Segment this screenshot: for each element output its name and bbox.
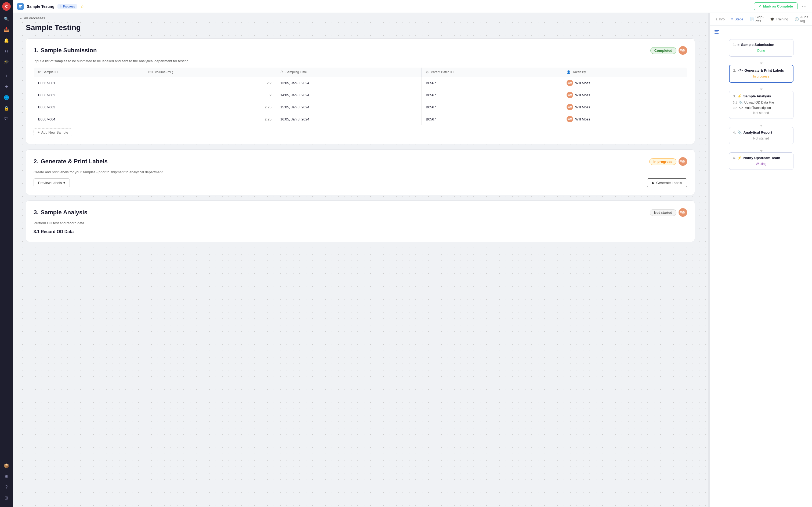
process-icon [17, 3, 23, 10]
sidebar-item-search[interactable]: 🔍 [2, 14, 11, 23]
sidebar-item-star[interactable]: ★ [2, 82, 11, 92]
cell-taken-by: WM Will Moss [562, 77, 687, 89]
label-actions: Preview Labels ▾ ▶ Generate Labels [34, 178, 687, 187]
step-1-description: Input a list of samples to be submitted … [34, 59, 687, 63]
sidebar-item-box[interactable]: 📦 [2, 461, 11, 470]
sidebar-item-bell[interactable]: 🔔 [2, 36, 11, 45]
sidebar-divider [3, 69, 10, 69]
cell-taken-by: WM Will Moss [562, 89, 687, 101]
flow-step-2[interactable]: 2. </> Generate & Print Labels In progre… [729, 65, 794, 82]
favorite-star-icon[interactable]: ☆ [80, 4, 84, 9]
cell-taken-by: WM Will Moss [562, 113, 687, 125]
person-icon: 👤 [567, 70, 571, 74]
tab-info[interactable]: ℹ Info [713, 15, 727, 23]
sidebar-item-lock[interactable]: 🔒 [2, 103, 11, 113]
tab-auditlog[interactable]: 🕐 Audit log [792, 13, 811, 25]
tab-auditlog-label: Audit log [800, 15, 808, 23]
step-1-user-avatar: WM [678, 46, 687, 55]
generate-labels-button[interactable]: ▶ Generate Labels [647, 178, 687, 187]
flow-step-4[interactable]: 4. 📎 Analytical Report Not started [729, 127, 794, 144]
sidebar-item-plus[interactable]: + [2, 71, 11, 81]
flow-arrow-3 [760, 119, 763, 127]
main-container: Sample Testing In Progress ☆ ✓ Mark as C… [13, 0, 812, 507]
steps-icon: ≡ [731, 17, 733, 21]
preview-labels-button[interactable]: Preview Labels ▾ [34, 178, 70, 187]
flow-arrow-1 [760, 57, 763, 65]
tab-signoffs-label: Sign-offs [756, 15, 764, 23]
page-content: Sample Testing 1. Sample Submission Comp… [13, 23, 708, 258]
flow-step-5-header: 4. ⚡ Notify Upstream Team [733, 156, 790, 160]
play-icon: ▶ [652, 181, 655, 185]
cell-sample-id: B0567-003 [34, 101, 143, 113]
training-icon: 🎓 [770, 17, 774, 21]
flow-substep-3-1-icon: 📎 [739, 101, 743, 104]
step-1-title-group: 1. Sample Submission [34, 47, 97, 54]
steps-panel-content: 1. ≡ Sample Submission Done [710, 26, 812, 507]
checkmark-icon: ✓ [759, 4, 762, 8]
cell-batch-id: B0567 [421, 77, 562, 89]
flow-step-2-number: 2. [733, 68, 736, 72]
tab-steps[interactable]: ≡ Steps [728, 15, 746, 23]
step-3-number: 3. [34, 209, 38, 216]
cell-batch-id: B0567 [421, 89, 562, 101]
preview-label-text: Preview Labels [38, 181, 62, 185]
flow-substep-3-1: 3.1 📎 Upload OD Data File [733, 100, 790, 105]
arrow-head-4 [760, 150, 763, 152]
cell-sampling-time: 13:05, Jan 8, 2024 [276, 77, 421, 89]
flow-step-1[interactable]: 1. ≡ Sample Submission Done [729, 39, 794, 57]
flow-step-4-icon: 📎 [738, 130, 742, 134]
mark-complete-button[interactable]: ✓ Mark as Complete [754, 2, 798, 10]
sidebar-item-inbox[interactable]: 📥 [2, 25, 11, 34]
flow-substep-3-1-label: Upload OD Data File [744, 101, 774, 104]
tab-info-label: Info [719, 17, 725, 21]
sidebar-item-shield[interactable]: 🛡 [2, 114, 11, 124]
resize-handle[interactable]: · · · [708, 13, 710, 507]
step-1-card: 1. Sample Submission Completed WM Input … [26, 38, 695, 144]
more-options-icon[interactable]: ⋯ [801, 2, 808, 10]
flow-step-4-header: 4. 📎 Analytical Report [733, 130, 790, 134]
step-3-status-area: Not started WM [650, 208, 687, 217]
tab-training[interactable]: 🎓 Training [767, 15, 791, 23]
cell-sampling-time: 15:05, Jan 8, 2024 [276, 101, 421, 113]
back-to-processes-link[interactable]: ← All Processes [19, 16, 45, 20]
step-2-status-badge: In progress [649, 158, 676, 165]
step-2-description: Create and print labels for your samples… [34, 170, 687, 174]
taken-by-name: Will Moss [575, 93, 590, 97]
cell-sampling-time: 14:05, Jan 8, 2024 [276, 89, 421, 101]
flow-step-2-header: 2. </> Generate & Print Labels [733, 68, 789, 72]
flow-step-3-status: Not started [733, 111, 790, 115]
step-3-1-title: 3.1 Record OD Data [34, 229, 687, 234]
steps-list-icon[interactable] [715, 30, 719, 35]
sidebar-item-globe[interactable]: 🌐 [2, 93, 11, 102]
flow-step-3[interactable]: 3. ⚡ Sample Analysis 3.1 📎 Upload OD Dat… [729, 91, 794, 119]
flow-step-5[interactable]: 4. ⚡ Notify Upstream Team Waiting [729, 152, 794, 170]
flow-step-1-number: 1. [733, 43, 736, 47]
add-new-sample-label: Add New Sample [41, 130, 68, 134]
tab-steps-label: Steps [734, 17, 743, 21]
num-icon: 123 [147, 70, 153, 74]
flow-step-3-title: Sample Analysis [743, 94, 771, 98]
flow-step-3-number: 3. [733, 94, 736, 98]
taken-by-avatar: WM [567, 116, 573, 122]
arrow-line-4 [761, 145, 762, 150]
step-2-header: 2. Generate & Print Labels In progress W… [34, 157, 687, 166]
sidebar-item-question[interactable]: ? [2, 482, 11, 492]
sidebar-item-trash[interactable]: 🗑 [2, 493, 11, 503]
sidebar-item-gear[interactable]: ⚙ [2, 471, 11, 481]
cell-sample-id: B0567-002 [34, 89, 143, 101]
steps-controls [715, 30, 808, 35]
sidebar-item-code[interactable]: ⟨⟩ [2, 46, 11, 56]
add-new-sample-button[interactable]: + Add New Sample [34, 128, 72, 136]
taken-by-name: Will Moss [575, 81, 590, 85]
svg-rect-5 [715, 33, 719, 34]
flow-substep-3-2-num: 3.2 [733, 106, 737, 109]
step-1-title: Sample Submission [41, 47, 97, 54]
step-3-title-group: 3. Sample Analysis [34, 209, 87, 216]
step-3-status-badge: Not started [650, 209, 676, 216]
breadcrumb: ← All Processes [13, 13, 708, 23]
info-icon: ℹ [716, 17, 717, 21]
svg-rect-1 [19, 6, 21, 7]
sidebar-item-cap[interactable]: 🎓 [2, 57, 11, 66]
cell-sample-id: B0567-004 [34, 113, 143, 125]
tab-signoffs[interactable]: 📄 Sign-offs [747, 13, 766, 25]
